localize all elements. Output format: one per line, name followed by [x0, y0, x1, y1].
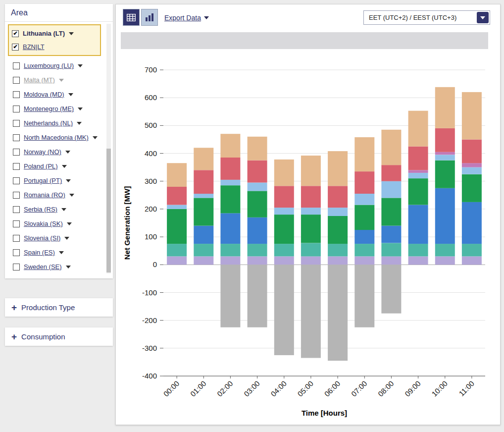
country-checkbox[interactable] — [13, 149, 20, 156]
country-row: Switzerland (CH) — [5, 274, 113, 277]
svg-text:Time [Hours]: Time [Hours] — [302, 409, 347, 417]
country-list: Lithuania (LT) BZN|LT Luxembourg (LU)Mal… — [5, 22, 113, 277]
dropdown-arrow-icon[interactable] — [66, 266, 71, 269]
dropdown-arrow-icon[interactable] — [66, 179, 71, 182]
section-label: Consumption — [21, 332, 65, 341]
dropdown-arrow-icon[interactable] — [77, 122, 82, 125]
country-link[interactable]: Spain (ES) — [24, 249, 55, 256]
sidebar-section-production-type[interactable]: + Production Type — [5, 298, 113, 317]
country-row: Slovakia (SK) — [5, 216, 113, 231]
dropdown-arrow-icon[interactable] — [93, 136, 98, 139]
country-row: Slovenia (SI) — [5, 231, 113, 245]
country-row: Portugal (PT) — [5, 173, 113, 188]
svg-text:-200: -200 — [142, 316, 157, 324]
section-label: Production Type — [21, 303, 75, 312]
country-checkbox[interactable] — [13, 77, 20, 84]
export-data-link[interactable]: Export Data — [164, 14, 201, 22]
country-checkbox[interactable] — [13, 120, 20, 127]
chart-range-slider[interactable] — [121, 32, 488, 49]
country-rows: Luxembourg (LU)Malta (MT)Moldova (MD)Mon… — [5, 58, 113, 277]
country-link[interactable]: Poland (PL) — [24, 162, 58, 170]
country-row: Luxembourg (LU) — [5, 58, 113, 73]
country-row: Norway (NO) — [5, 145, 113, 159]
dropdown-arrow-icon[interactable] — [78, 64, 83, 67]
dropdown-arrow-icon[interactable] — [78, 108, 83, 110]
country-link[interactable]: Netherlands (NL) — [24, 119, 73, 127]
selected-zone-row[interactable]: BZN|LT — [12, 40, 97, 54]
svg-text:0: 0 — [153, 260, 157, 269]
svg-text:10:00: 10:00 — [430, 379, 449, 398]
timezone-select[interactable]: EET (UTC+2) / EEST (UTC+3) — [363, 10, 490, 25]
zone-checkbox[interactable] — [12, 44, 19, 51]
dropdown-arrow-icon[interactable] — [68, 93, 73, 96]
svg-text:-300: -300 — [142, 344, 157, 352]
timezone-dropdown-button[interactable] — [477, 12, 489, 23]
country-checkbox[interactable] — [13, 235, 20, 242]
country-checkbox[interactable] — [13, 177, 20, 184]
country-checkbox[interactable] — [13, 249, 20, 256]
stacked-bar-chart[interactable]: 7006005004003002001000-100-200-300-40000… — [121, 54, 488, 424]
table-view-button[interactable] — [123, 9, 140, 26]
country-row: Netherlands (NL) — [5, 116, 113, 130]
dropdown-arrow-icon[interactable] — [65, 151, 70, 154]
dropdown-arrow-icon[interactable] — [67, 222, 72, 225]
dropdown-arrow-icon[interactable] — [62, 165, 67, 168]
country-row: Serbia (RS) — [5, 202, 113, 216]
chart-area[interactable]: 7006005004003002001000-100-200-300-40000… — [121, 54, 488, 424]
selected-country-row[interactable]: Lithuania (LT) — [12, 27, 97, 40]
dropdown-arrow-icon[interactable] — [59, 79, 64, 82]
dropdown-arrow-icon[interactable] — [69, 194, 74, 197]
scrollbar-thumb[interactable] — [106, 149, 111, 272]
country-link[interactable]: Slovakia (SK) — [24, 220, 63, 227]
country-link[interactable]: Slovenia (SI) — [24, 234, 60, 242]
expand-plus-icon[interactable]: + — [11, 332, 17, 341]
svg-text:00:00: 00:00 — [162, 379, 181, 398]
country-link[interactable]: Norway (NO) — [24, 148, 61, 156]
svg-text:02:00: 02:00 — [215, 379, 235, 398]
selected-area-box: Lithuania (LT) BZN|LT — [8, 24, 101, 56]
export-data-control[interactable]: Export Data — [164, 14, 209, 22]
expand-plus-icon[interactable]: + — [11, 303, 17, 312]
country-checkbox[interactable] — [13, 220, 20, 227]
sidebar-section-consumption[interactable]: + Consumption — [5, 327, 113, 346]
bar-chart-icon — [145, 13, 154, 21]
country-checkbox[interactable] — [13, 206, 20, 213]
country-link[interactable]: Romania (RO) — [24, 191, 65, 199]
country-checkbox[interactable] — [13, 106, 20, 112]
svg-text:500: 500 — [145, 121, 157, 129]
selected-country-label[interactable]: Lithuania (LT) — [23, 30, 65, 37]
main-panel: Export Data EET (UTC+2) / EEST (UTC+3) 7… — [115, 4, 501, 425]
svg-text:09:00: 09:00 — [403, 379, 422, 398]
country-link[interactable]: Montenegro (ME) — [24, 105, 74, 112]
area-panel: Area Lithuania (LT) BZN|LT Luxembourg (L… — [5, 4, 113, 278]
country-link[interactable]: Serbia (RS) — [24, 206, 57, 213]
country-link[interactable]: Malta (MT) — [24, 76, 55, 84]
table-icon — [127, 14, 136, 21]
dropdown-arrow-icon[interactable] — [61, 208, 66, 211]
dropdown-arrow-icon[interactable] — [59, 251, 64, 254]
zone-link[interactable]: BZN|LT — [23, 43, 45, 51]
country-link[interactable]: Portugal (PT) — [24, 177, 62, 184]
country-checkbox[interactable] — [13, 192, 20, 199]
country-checkbox[interactable] — [13, 91, 20, 98]
country-row: North Macedonia (MK) — [5, 130, 113, 145]
timezone-value: EET (UTC+2) / EEST (UTC+3) — [364, 14, 477, 21]
country-link[interactable]: Moldova (MD) — [24, 91, 64, 98]
svg-text:-100: -100 — [142, 288, 157, 297]
country-checkbox[interactable] — [12, 30, 19, 37]
country-link[interactable]: Sweden (SE) — [24, 263, 62, 270]
country-checkbox[interactable] — [13, 264, 20, 270]
country-checkbox[interactable] — [13, 62, 20, 69]
country-link[interactable]: Luxembourg (LU) — [24, 62, 74, 69]
dropdown-arrow-icon[interactable] — [204, 16, 209, 19]
chart-view-button[interactable] — [141, 9, 158, 26]
svg-text:08:00: 08:00 — [376, 379, 396, 398]
svg-text:06:00: 06:00 — [323, 379, 342, 398]
svg-text:05:00: 05:00 — [296, 379, 315, 398]
scrollbar[interactable] — [106, 24, 111, 273]
country-checkbox[interactable] — [13, 163, 20, 170]
dropdown-arrow-icon[interactable] — [64, 237, 69, 240]
country-link[interactable]: North Macedonia (MK) — [24, 134, 89, 141]
country-checkbox[interactable] — [13, 134, 20, 141]
dropdown-arrow-icon[interactable] — [69, 32, 74, 35]
